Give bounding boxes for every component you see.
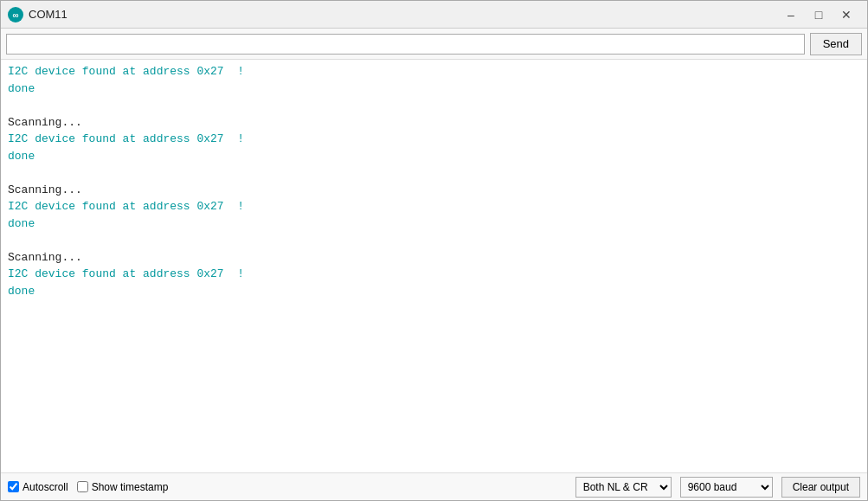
baud-rate-select[interactable]: 300 baud1200 baud2400 baud4800 baud9600 … — [680, 477, 773, 498]
output-line — [8, 164, 860, 182]
minimize-button[interactable]: – — [777, 1, 805, 29]
close-button[interactable]: ✕ — [833, 1, 860, 29]
output-line: I2C device found at address 0x27 ! — [8, 63, 860, 80]
send-toolbar: Send — [1, 29, 867, 60]
output-line: Scanning... — [8, 182, 860, 199]
timestamp-text: Show timestamp — [92, 481, 169, 493]
output-line: Scanning... — [8, 249, 860, 267]
window-controls: – □ ✕ — [777, 1, 860, 29]
output-line: done — [8, 215, 860, 233]
output-line: Scanning... — [8, 114, 860, 132]
output-line — [8, 232, 860, 249]
serial-monitor-window: ∞ COM11 – □ ✕ Send I2C device found at a… — [0, 0, 868, 501]
svg-text:∞: ∞ — [12, 10, 18, 20]
output-line: done — [8, 283, 860, 300]
send-button[interactable]: Send — [810, 33, 862, 55]
autoscroll-text: Autoscroll — [23, 481, 68, 493]
autoscroll-label[interactable]: Autoscroll — [8, 481, 68, 493]
timestamp-checkbox[interactable] — [77, 481, 88, 492]
line-ending-select[interactable]: No line endingNewlineCarriage returnBoth… — [575, 477, 672, 498]
output-line: I2C device found at address 0x27 ! — [8, 131, 860, 148]
output-line: I2C device found at address 0x27 ! — [8, 266, 860, 283]
clear-output-button[interactable]: Clear output — [781, 477, 860, 498]
output-line — [8, 97, 860, 114]
timestamp-label[interactable]: Show timestamp — [77, 481, 169, 493]
send-input[interactable] — [6, 34, 805, 55]
window-title: COM11 — [29, 8, 777, 21]
maximize-button[interactable]: □ — [805, 1, 833, 29]
output-line: I2C device found at address 0x27 ! — [8, 198, 860, 215]
arduino-icon: ∞ — [8, 7, 23, 22]
serial-output-area: I2C device found at address 0x27 !doneSc… — [1, 60, 867, 472]
statusbar: Autoscroll Show timestamp No line ending… — [1, 472, 867, 500]
output-line: done — [8, 148, 860, 165]
output-line: done — [8, 80, 860, 98]
titlebar: ∞ COM11 – □ ✕ — [1, 1, 867, 29]
autoscroll-checkbox[interactable] — [8, 481, 19, 492]
